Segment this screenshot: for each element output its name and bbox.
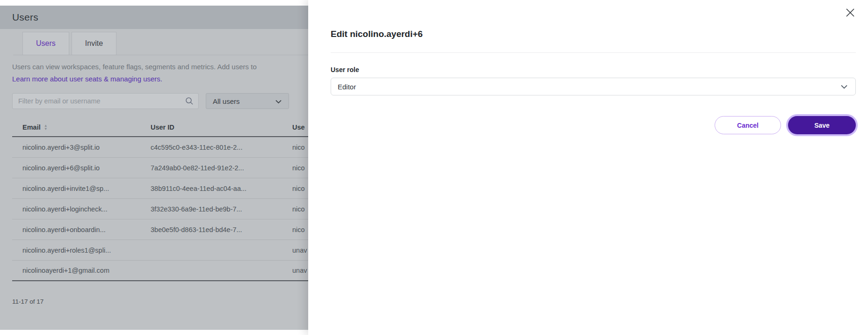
- close-panel-button[interactable]: [843, 6, 858, 21]
- table-row[interactable]: nicolino.ayerdi+invite1@sp... 38b911c0-4…: [12, 178, 308, 199]
- tab-users-label: Users: [36, 39, 56, 48]
- table-body: nicolino.ayerdi+3@split.io c4c595c0-e343…: [12, 137, 308, 281]
- search-icon: [185, 96, 194, 108]
- table-row[interactable]: nicolino.ayerdi+logincheck... 3f32e330-6…: [12, 199, 308, 219]
- cell-username: unav: [292, 247, 308, 254]
- cell-username: nico: [292, 164, 308, 172]
- cell-username: nico: [292, 205, 308, 213]
- column-header-username: Use: [292, 124, 308, 131]
- chevron-down-icon: [275, 97, 282, 105]
- sort-icon: ▲▼: [44, 124, 48, 131]
- tab-invite[interactable]: Invite: [72, 32, 116, 55]
- filter-controls: All users: [12, 93, 308, 109]
- users-table: Email ▲▼ User ID Use nicolino.ayerdi+3@s…: [12, 118, 308, 281]
- learn-more-link[interactable]: Learn more about user seats & managing u…: [12, 75, 308, 83]
- table-row[interactable]: nicolinoayerdi+1@gmail.com unav: [12, 261, 308, 281]
- table-header-row: Email ▲▼ User ID Use: [12, 118, 308, 137]
- users-page-dimmed: Users Users Invite Users can view worksp…: [0, 6, 308, 330]
- pagination-status: 11-17 of 17: [12, 298, 308, 305]
- tab-invite-label: Invite: [85, 39, 103, 48]
- cell-email: nicolino.ayerdi+6@split.io: [22, 164, 151, 172]
- panel-divider: [331, 52, 856, 53]
- table-row[interactable]: nicolino.ayerdi+3@split.io c4c595c0-e343…: [12, 137, 308, 158]
- chevron-down-icon: [840, 83, 848, 91]
- edit-panel-title: Edit nicolino.ayerdi+6: [331, 29, 423, 39]
- close-icon: [845, 7, 855, 19]
- save-button[interactable]: Save: [788, 116, 856, 134]
- cell-email: nicolino.ayerdi+logincheck...: [22, 205, 151, 213]
- user-type-filter-value: All users: [213, 97, 240, 105]
- cell-username: nico: [292, 226, 308, 233]
- user-type-filter-select[interactable]: All users: [206, 93, 289, 109]
- tab-users[interactable]: Users: [22, 32, 69, 55]
- page-description: Users can view workspaces, feature flags…: [12, 63, 308, 71]
- cell-user-id: 7a249ab0-0e82-11ed-91e2-2...: [151, 164, 292, 172]
- user-role-select[interactable]: Editor: [331, 78, 856, 95]
- cell-email: nicolino.ayerdi+onboardin...: [22, 226, 151, 233]
- column-header-email-label: Email: [22, 124, 41, 131]
- cancel-button[interactable]: Cancel: [715, 116, 781, 134]
- table-row[interactable]: nicolino.ayerdi+onboardin... 3be0e5f0-d8…: [12, 219, 308, 240]
- cell-user-id: 38b911c0-4eea-11ed-ac04-aa...: [151, 185, 292, 192]
- column-header-user-id: User ID: [151, 124, 292, 131]
- cell-user-id: 3f32e330-6a9e-11ed-be9b-7...: [151, 205, 292, 213]
- cell-username: unav: [292, 267, 308, 274]
- column-header-email[interactable]: Email ▲▼: [22, 124, 151, 131]
- page-title: Users: [12, 12, 38, 23]
- cell-email: nicolino.ayerdi+roles1@spli...: [22, 247, 151, 254]
- table-row[interactable]: nicolino.ayerdi+6@split.io 7a249ab0-0e82…: [12, 158, 308, 178]
- cell-user-id: c4c595c0-e343-11ec-801e-2...: [151, 144, 292, 151]
- cell-email: nicolino.ayerdi+invite1@sp...: [22, 185, 151, 192]
- screen: Users Users Invite Users can view worksp…: [0, 0, 868, 335]
- table-row[interactable]: nicolino.ayerdi+roles1@spli... unav: [12, 240, 308, 261]
- cell-user-id: 3be0e5f0-d863-11ed-bd4e-7...: [151, 226, 292, 233]
- page-titlebar: Users: [0, 6, 308, 29]
- edit-user-panel: Edit nicolino.ayerdi+6 User role Editor …: [308, 0, 868, 335]
- tab-bar: Users Invite: [13, 32, 308, 55]
- cell-email: nicolino.ayerdi+3@split.io: [22, 144, 151, 151]
- user-role-value: Editor: [338, 83, 356, 91]
- filter-input[interactable]: [12, 93, 199, 109]
- user-role-label: User role: [331, 66, 359, 73]
- panel-actions: Cancel Save: [715, 116, 856, 134]
- filter-field-wrap: [12, 93, 199, 109]
- cell-username: nico: [292, 144, 308, 151]
- cell-username: nico: [292, 185, 308, 192]
- cell-email: nicolinoayerdi+1@gmail.com: [22, 267, 151, 274]
